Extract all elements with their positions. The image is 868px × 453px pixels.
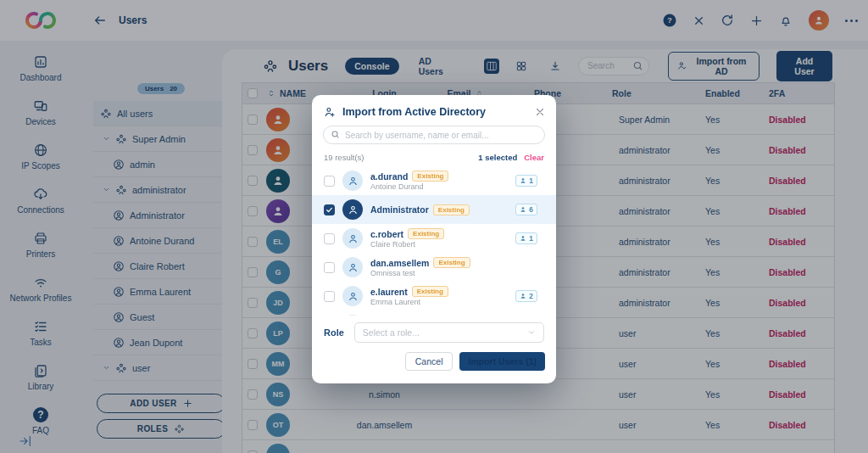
modal-search — [323, 126, 545, 144]
username: a.durand — [370, 171, 408, 182]
display-name: Omnissa test — [370, 269, 470, 277]
existing-badge: Existing — [408, 228, 444, 239]
user-checkbox[interactable] — [324, 233, 335, 244]
selected-count: 1 selected — [478, 153, 517, 162]
display-name: Claire Robert — [370, 240, 444, 249]
role-select[interactable]: Select a role... — [354, 322, 544, 343]
existing-badge: Existing — [433, 257, 470, 268]
member-count: 1 — [529, 176, 533, 185]
import-from-ad-modal: Import from Active Directory 19 result(s… — [312, 95, 556, 383]
modal-user-row[interactable]: e.laurent Existing Emma Laurent 2 — [312, 282, 556, 310]
person-icon — [520, 235, 526, 242]
modal-search-input[interactable] — [323, 126, 545, 144]
person-icon — [520, 293, 526, 299]
user-checkbox[interactable] — [324, 176, 335, 187]
person-icon — [520, 177, 526, 184]
member-count: 6 — [529, 205, 533, 214]
username: dan.amsellem — [370, 258, 429, 268]
user-avatar — [342, 257, 363, 277]
modal-user-row[interactable]: Administrator Existing 6 — [312, 195, 556, 224]
cancel-button[interactable]: Cancel — [405, 352, 453, 371]
close-icon[interactable] — [535, 107, 545, 117]
modal-title: Import from Active Directory — [342, 106, 486, 118]
existing-badge: Existing — [412, 171, 448, 182]
member-count: 2 — [529, 292, 533, 300]
modal-role-row: Role Select a role... — [312, 316, 556, 343]
modal-user-list: a.durand Existing Antoine Durand 1 — [312, 166, 556, 316]
user-checkbox[interactable] — [324, 204, 335, 215]
user-avatar — [342, 171, 363, 191]
username: e.laurent — [370, 287, 408, 297]
modal-user-row[interactable]: dan.amsellem Existing Omnissa test — [312, 253, 556, 282]
modal-header: Import from Active Directory — [312, 95, 556, 126]
modal-results-bar: 19 result(s) 1 selected Clear — [312, 144, 556, 166]
user-checkbox[interactable] — [324, 262, 335, 273]
person-icon — [520, 206, 526, 213]
member-count-badge: 2 — [515, 290, 537, 302]
display-name: Antoine Durand — [370, 182, 448, 191]
user-avatar — [342, 286, 363, 306]
member-count-badge: 6 — [515, 204, 537, 215]
existing-badge: Existing — [412, 286, 448, 297]
modal-user-row[interactable]: c.robert Existing Claire Robert 1 — [312, 224, 556, 253]
import-submit-button[interactable]: Import Users (1) — [459, 352, 545, 371]
clear-selection-link[interactable]: Clear — [524, 153, 544, 162]
results-count: 19 result(s) — [324, 153, 364, 162]
role-placeholder: Select a role... — [363, 327, 420, 338]
existing-badge: Existing — [433, 204, 470, 215]
user-checkbox[interactable] — [324, 291, 335, 302]
person-add-icon — [324, 106, 336, 118]
member-count-badge: 1 — [515, 175, 537, 187]
username: Administrator — [370, 204, 429, 215]
member-count-badge: 1 — [515, 232, 537, 244]
user-avatar — [342, 199, 363, 220]
member-count: 1 — [529, 234, 533, 243]
modal-user-row[interactable]: a.durand Existing Antoine Durand 1 — [312, 166, 556, 195]
modal-footer: Cancel Import Users (1) — [312, 343, 556, 382]
role-label: Role — [324, 327, 344, 338]
user-avatar — [342, 228, 363, 249]
search-icon — [331, 130, 340, 139]
chevron-down-icon — [527, 328, 536, 337]
display-name: Emma Laurent — [370, 298, 448, 306]
username: c.robert — [370, 229, 403, 239]
